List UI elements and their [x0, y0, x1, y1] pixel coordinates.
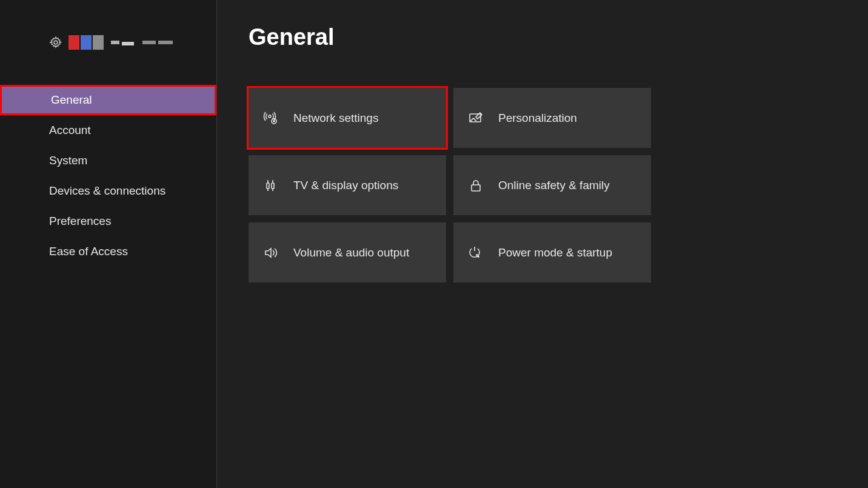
tv-display-icon [263, 178, 279, 193]
sidebar-item-label: General [51, 93, 92, 107]
tile-online-safety[interactable]: Online safety & family [453, 155, 651, 215]
svg-rect-5 [272, 183, 274, 189]
sidebar-item-general[interactable]: General [0, 85, 216, 115]
sidebar: General Account System Devices & connect… [0, 0, 217, 488]
sidebar-item-label: Preferences [49, 215, 111, 228]
volume-icon [263, 245, 279, 261]
tile-label: Volume & audio output [293, 246, 409, 259]
sidebar-item-devices[interactable]: Devices & connections [0, 176, 216, 206]
personalization-icon [468, 110, 484, 126]
svg-rect-6 [472, 185, 480, 191]
gear-icon [49, 36, 62, 49]
sidebar-item-account[interactable]: Account [0, 115, 216, 145]
svg-point-0 [54, 41, 58, 44]
avatar [93, 35, 104, 50]
avatar [68, 35, 79, 50]
svg-point-1 [269, 115, 271, 118]
tile-power-startup[interactable]: Power mode & startup [453, 222, 651, 282]
sidebar-item-preferences[interactable]: Preferences [0, 206, 216, 236]
tile-volume-audio[interactable]: Volume & audio output [249, 222, 446, 282]
tile-label: TV & display options [293, 179, 398, 192]
sidebar-item-label: Devices & connections [49, 184, 165, 198]
main-panel: General Network settings [217, 0, 868, 488]
profile-name-blurred [111, 39, 173, 45]
sidebar-item-label: System [49, 154, 87, 167]
sidebar-item-label: Account [49, 124, 91, 137]
network-icon [263, 110, 279, 126]
tile-label: Power mode & startup [498, 246, 612, 259]
power-icon [468, 245, 484, 261]
tile-network-settings[interactable]: Network settings [249, 88, 446, 148]
sidebar-item-ease-of-access[interactable]: Ease of Access [0, 236, 216, 267]
tile-tv-display[interactable]: TV & display options [249, 155, 446, 215]
avatar [81, 35, 92, 50]
svg-rect-4 [267, 183, 269, 189]
tile-personalization[interactable]: Personalization [453, 88, 651, 148]
profile-row [0, 35, 216, 50]
tile-grid: Network settings Personalization TV [249, 88, 836, 282]
tile-label: Network settings [293, 112, 378, 125]
page-title: General [249, 24, 836, 50]
tile-label: Personalization [498, 112, 577, 125]
lock-icon [468, 178, 484, 193]
tile-label: Online safety & family [498, 179, 610, 192]
sidebar-nav: General Account System Devices & connect… [0, 85, 216, 267]
sidebar-item-system[interactable]: System [0, 145, 216, 176]
sidebar-item-label: Ease of Access [49, 245, 128, 258]
